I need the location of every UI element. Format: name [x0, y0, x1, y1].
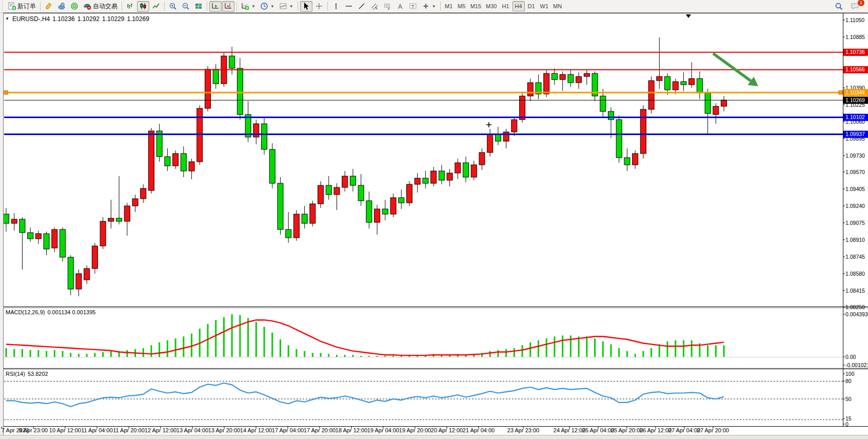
notifications-button[interactable]: 1 — [849, 1, 862, 12]
equidistant-channel-button[interactable]: E — [368, 1, 381, 12]
candle-down — [302, 214, 307, 223]
arrows-button[interactable]: ▼ — [420, 1, 438, 12]
candle-up — [713, 106, 719, 114]
time-tick-label[interactable]: 11 Apr 20:00 — [113, 427, 145, 433]
candle-down — [262, 124, 267, 149]
macd-axis-label: -0.001021 — [845, 362, 868, 368]
time-tick-label[interactable]: 21 Apr 04:00 — [463, 427, 495, 433]
badge-label: 1.10269 — [845, 97, 865, 103]
rsi-header: RSI(14)53.8202 — [6, 371, 48, 377]
macd-bar — [183, 336, 184, 357]
timeframe-M5[interactable]: M5 — [456, 1, 468, 11]
zoom-in-icon — [169, 2, 177, 10]
time-tick-label[interactable]: 20 Apr 12:00 — [431, 427, 463, 433]
macd-bar — [167, 340, 168, 357]
time-tick-label[interactable]: 13 Apr 04:00 — [176, 427, 208, 433]
macd-bar — [522, 345, 523, 357]
time-tick-label[interactable]: 13 Apr 20:00 — [208, 427, 240, 433]
fibonacci-button[interactable]: F — [381, 1, 393, 12]
candle-up — [511, 120, 517, 132]
candle-down — [181, 154, 186, 171]
candle-down — [60, 230, 66, 257]
main-toolbar: 新订单 自动交易 ▼ ▼ — [0, 0, 868, 13]
macd-bar — [642, 351, 644, 357]
cursor-button[interactable] — [300, 1, 312, 12]
new-order-button[interactable]: 新订单 — [6, 1, 38, 12]
vertical-line-button[interactable] — [330, 1, 342, 12]
text-label-button[interactable]: T — [407, 1, 419, 12]
trendline-button[interactable] — [356, 1, 368, 12]
time-tick-label[interactable]: 25 Apr 04:00 — [582, 427, 614, 433]
timeframe-H1[interactable]: H1 — [500, 1, 512, 11]
line-handle[interactable] — [4, 91, 8, 94]
macd-bar — [78, 354, 80, 357]
signals-button[interactable] — [68, 1, 81, 12]
timeframe-M30[interactable]: M30 — [484, 1, 499, 11]
chevron-down-icon: ▼ — [270, 4, 274, 9]
svg-text:F: F — [388, 7, 390, 11]
time-tick-label[interactable]: 27 Apr 04:00 — [668, 427, 700, 433]
chart-canvas[interactable]: 1.110501.108851.107201.103901.102251.100… — [0, 0, 868, 439]
periods-button[interactable]: ▼ — [258, 1, 277, 12]
candle-down — [350, 176, 356, 185]
time-tick-label[interactable]: 19 Apr 20:00 — [399, 427, 431, 433]
time-tick-label[interactable]: 10 Apr 12:00 — [49, 427, 81, 433]
zoom-out-button[interactable] — [180, 1, 192, 12]
candle-down — [665, 77, 670, 90]
macd-bar — [110, 351, 112, 357]
time-tick-label[interactable]: 11 Apr 04:00 — [81, 427, 113, 433]
bar-chart-button[interactable] — [124, 1, 136, 12]
market-watch-button[interactable] — [55, 1, 68, 12]
macd-bar — [594, 338, 596, 357]
chart-shift-button[interactable] — [222, 1, 234, 12]
crosshair-button[interactable] — [313, 1, 325, 12]
toolbar-grip[interactable] — [2, 2, 4, 11]
zoom-in-button[interactable] — [167, 1, 179, 12]
timeframe-MN[interactable]: MN — [551, 1, 564, 11]
time-tick-label[interactable]: 18 Apr 12:00 — [336, 427, 367, 433]
time-tick-label[interactable]: 25 Apr 20:00 — [611, 427, 643, 433]
collapse-triangle-icon[interactable]: ▼ — [5, 16, 9, 21]
indicators-button[interactable]: ▼ — [239, 1, 258, 12]
time-tick-label[interactable]: 17 Apr 04:00 — [272, 427, 304, 433]
candle-up — [455, 163, 461, 173]
timeframe-D1[interactable]: D1 — [525, 1, 538, 11]
indicators-icon — [241, 2, 249, 10]
time-tick-label[interactable]: 12 Apr 12:00 — [145, 427, 176, 433]
timeframe-H4[interactable]: H4 — [512, 1, 525, 11]
time-tick-label[interactable]: 24 Apr 12:00 — [554, 427, 585, 433]
candle-up — [633, 154, 638, 165]
text-button[interactable]: A — [394, 1, 406, 12]
badge-label: 1.10566 — [845, 66, 865, 72]
timeframe-W1[interactable]: W1 — [538, 1, 551, 11]
time-tick-label[interactable]: 19 Apr 04:00 — [367, 427, 399, 433]
templates-button[interactable]: ▼ — [277, 1, 295, 12]
auto-trading-button[interactable]: 自动交易 — [81, 1, 120, 12]
time-tick-label[interactable]: 27 Apr 20:00 — [697, 427, 729, 433]
time-tick-label[interactable]: 26 Apr 12:00 — [640, 427, 672, 433]
candle-down — [697, 79, 702, 93]
candle-down — [326, 185, 331, 195]
time-tick-label[interactable]: 9 Apr 23:00 — [19, 427, 48, 433]
crosshair-icon — [315, 2, 323, 10]
timeframe-M15[interactable]: M15 — [468, 1, 483, 11]
macd-bar — [304, 351, 305, 357]
line-handle[interactable] — [839, 91, 842, 94]
text-label-icon: T — [409, 2, 417, 10]
time-tick-label[interactable]: 14 Apr 12:00 — [240, 427, 272, 433]
profile-button[interactable] — [43, 1, 55, 12]
candle-up — [374, 209, 380, 222]
horizontal-line-button[interactable] — [343, 1, 355, 12]
search-button[interactable] — [833, 1, 845, 12]
tile-windows-button[interactable] — [192, 1, 205, 12]
auto-scroll-button[interactable] — [209, 1, 222, 12]
timeframe-M1[interactable]: M1 — [443, 1, 455, 11]
trendline-icon — [358, 2, 366, 10]
time-tick-label[interactable]: 23 Apr 23:00 — [507, 427, 539, 433]
time-tick-label[interactable]: 17 Apr 20:00 — [304, 427, 336, 433]
candlestick-chart-button[interactable] — [137, 1, 149, 12]
profile-icon — [45, 2, 53, 10]
line-chart-button[interactable] — [150, 1, 162, 12]
macd-bar — [336, 355, 338, 357]
macd-axis-label: 0.004393 — [845, 311, 868, 317]
